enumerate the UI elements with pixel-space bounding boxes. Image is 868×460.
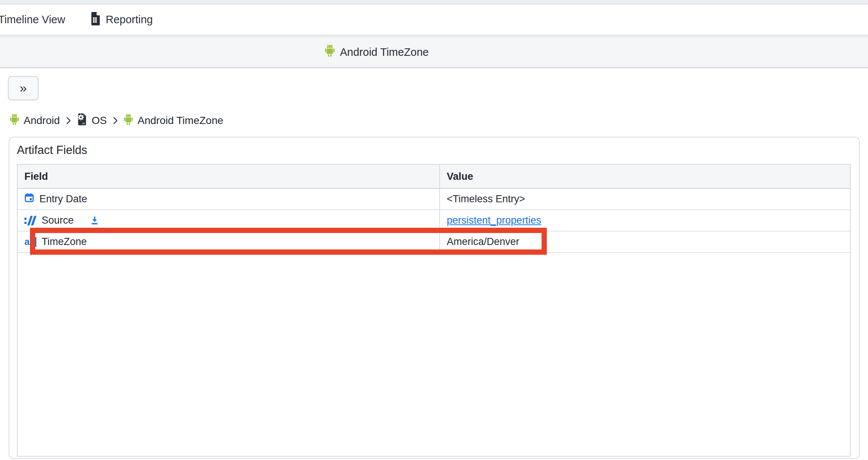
tab-reporting[interactable]: Reporting [90,4,153,35]
table-row-entry-date: Entry Date <Timeless Entry> [18,188,850,210]
breadcrumb: Android [10,113,223,128]
field-label: Source [42,215,74,226]
top-strip [0,0,868,4]
double-chevron-right-icon: » [20,81,27,95]
table-header-row: Field Value [18,165,850,188]
breadcrumb-item-android[interactable]: Android [10,114,60,128]
artifact-fields-table: Field Value [17,164,851,457]
report-file-icon [90,11,101,28]
artifact-fields-panel: Artifact Fields Field Value [9,137,860,459]
url-icon [24,216,36,226]
os-file-icon [77,113,87,128]
column-header-field: Field [18,165,440,188]
chevron-right-icon [66,116,71,125]
field-label: Entry Date [39,193,87,205]
breadcrumb-android-label: Android [24,115,60,127]
breadcrumb-os-label: OS [92,115,107,127]
artifact-title: Android TimeZone [340,46,429,58]
calendar-icon [24,193,34,206]
android-icon [10,114,19,128]
column-header-value: Value [440,165,850,188]
app-screen: Timeline View Reporting [0,0,868,460]
table-row-source: Source per [18,210,850,231]
artifact-header-band: Android TimeZone [0,36,868,68]
tab-timeline-view[interactable]: Timeline View [0,4,65,35]
breadcrumb-android-timezone-label: Android TimeZone [138,115,223,127]
tab-timeline-view-label: Timeline View [0,13,65,26]
android-icon [325,44,335,60]
value-timezone: America/Denver [440,231,850,252]
text-type-icon: ab [24,236,36,247]
panel-title: Artifact Fields [17,143,87,157]
expand-sidebar-button[interactable]: » [8,76,39,100]
tab-bar: Timeline View Reporting [0,4,868,36]
table-row-timezone: ab TimeZone America/Denver [18,231,850,252]
field-label: TimeZone [42,236,87,248]
breadcrumb-item-os[interactable]: OS [77,113,107,128]
chevron-right-icon [112,116,118,125]
breadcrumb-item-android-timezone[interactable]: Android TimeZone [124,114,223,128]
value-entry-date: <Timeless Entry> [440,188,850,210]
download-icon[interactable] [90,215,100,226]
source-file-link[interactable]: persistent_properties [447,215,541,226]
artifact-header-content: Android TimeZone [325,37,429,67]
android-icon [124,114,133,128]
tab-reporting-label: Reporting [106,13,153,26]
